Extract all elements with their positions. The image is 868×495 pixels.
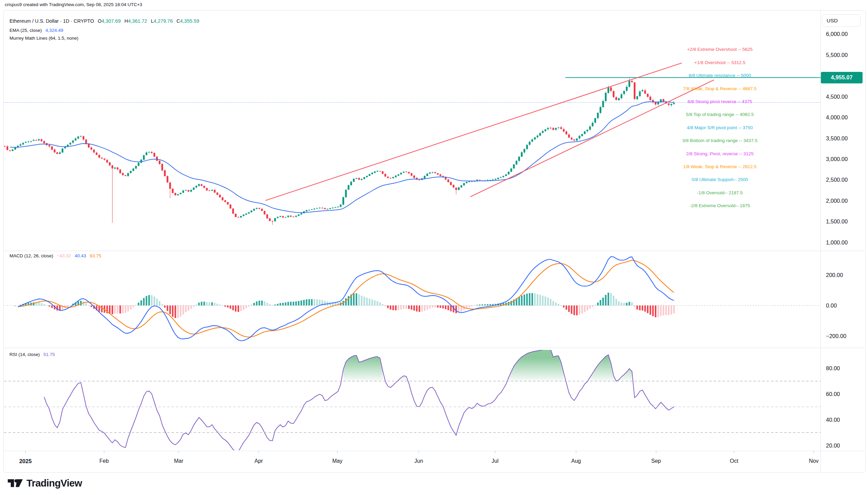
time-axis-label: Oct [730, 458, 738, 464]
high-letter: H [124, 18, 128, 24]
ema-legend[interactable]: EMA (25, close) 4,324.49 [10, 28, 63, 33]
low-value: 4,279.76 [154, 18, 173, 24]
murrey-label: Murrey Math Lines (64, 1.5, none) [10, 36, 78, 41]
price-scale-label: 3,500.00 [826, 135, 848, 141]
interval-label: 1D [63, 18, 69, 24]
tradingview-logo[interactable]: TradingView [7, 476, 82, 490]
murrey-line-label: -1/8 Oversold-- 2187.5 [697, 190, 743, 195]
low-letter: L [151, 18, 154, 24]
open-letter: O [98, 18, 101, 24]
macd-label: MACD (12, 26, close) [10, 253, 53, 258]
time-axis-label: Mar [174, 458, 184, 464]
tradingview-logo-icon [7, 476, 23, 490]
price-scale-label: 2,500.00 [826, 177, 848, 183]
price-alert-badge: 4,955.07 [821, 72, 863, 83]
murrey-line-label: +1/8 Overshoot -- 5312.5 [694, 60, 745, 65]
rsi-scale-label: 80.00 [826, 365, 840, 372]
time-axis-label: Aug [571, 458, 581, 464]
murrey-line-label: 6/8 Strong pivot reverse -- 4375 [687, 99, 752, 104]
close-letter: C [177, 18, 180, 24]
price-scale-label: 4,500.00 [826, 93, 848, 100]
rsi-value: 51.75 [44, 352, 55, 357]
macd-line-value: 40.43 [74, 253, 86, 258]
macd-scale-label: 200.00 [826, 272, 843, 278]
time-axis-label: Apr [255, 458, 263, 464]
open-value: 4,307.69 [102, 18, 121, 24]
murrey-line-label: 5/8 Top of trading range -- 4062.5 [686, 112, 754, 117]
exchange-label: CRYPTO [73, 18, 94, 24]
time-axis-label: Nov [809, 458, 818, 464]
macd-signal-value: 83.75 [90, 253, 101, 258]
currency-toggle-button[interactable]: USD [822, 14, 861, 27]
murrey-line-label: 3/8 Bottom of trading range -- 3437.5 [682, 138, 757, 143]
murrey-line-label: 7/8 Weak, Stop & Reverse -- 4687.5 [683, 86, 757, 91]
price-scale-label: 1,500.00 [826, 218, 848, 225]
price-scale-label: 1,000.00 [826, 239, 848, 245]
murrey-line-label: 4/8 Major S/R pivot point -- 3750 [687, 125, 753, 130]
price-scale-label: 6,000.00 [826, 31, 848, 37]
price-scale-label: 4,000.00 [826, 114, 848, 121]
macd-hist-value: −43.32 [57, 253, 71, 258]
rsi-legend[interactable]: RSI (14, close) 51.75 [10, 352, 55, 357]
symbol-title: Ethereum / U.S. Dollar [10, 18, 59, 24]
macd-scale-label: 0.00 [826, 302, 837, 309]
time-axis-label: 2025 [19, 458, 32, 464]
time-axis-label: Feb [99, 458, 109, 464]
macd-legend[interactable]: MACD (12, 26, close) −43.32 40.43 83.75 [10, 253, 101, 258]
murrey-line-label: +2/8 Extreme Overshoot -- 5625 [687, 47, 752, 52]
murrey-line-label: -2/8 Extreme Oversold-- 1875 [690, 203, 750, 208]
macd-scale-label: −200.00 [826, 333, 846, 339]
murrey-legend[interactable]: Murrey Math Lines (64, 1.5, none) [10, 36, 78, 41]
time-axis-label: May [332, 458, 342, 464]
time-axis-label: Sep [651, 458, 661, 464]
murrey-line-label: 8/8 Ultimate resistance -- 5000 [688, 73, 751, 78]
time-axis-label: Jun [414, 458, 423, 464]
time-axis-label: Jul [492, 458, 498, 464]
murrey-line-label: 2/8 Strong, Pivot, reverse -- 3125 [686, 151, 754, 156]
price-scale-label: 2,000.00 [826, 197, 848, 204]
murrey-line-label: 1/8 Weak, Stop & Reverse -- 2812.5 [683, 164, 757, 169]
price-scale-label: 5,500.00 [826, 52, 848, 58]
price-scale-label: 3,000.00 [826, 156, 848, 162]
rsi-scale-label: 40.00 [826, 416, 840, 423]
rsi-scale-label: 60.00 [826, 391, 840, 397]
currency-label: USD [827, 18, 838, 24]
rsi-label: RSI (14, close) [10, 352, 40, 357]
symbol-legend[interactable]: Ethereum / U.S. Dollar·1D·CRYPTO O4,307.… [10, 18, 199, 24]
tradingview-logo-text: TradingView [27, 478, 82, 489]
ema-value: 4,324.49 [46, 28, 63, 33]
rsi-scale-label: 20.00 [826, 442, 840, 448]
murrey-line-label: 0/8 Ultimate Support-- 2500 [692, 177, 748, 182]
ema-label: EMA (25, close) [10, 28, 42, 33]
close-value: 4,355.59 [180, 18, 199, 24]
high-value: 4,361.72 [128, 18, 147, 24]
